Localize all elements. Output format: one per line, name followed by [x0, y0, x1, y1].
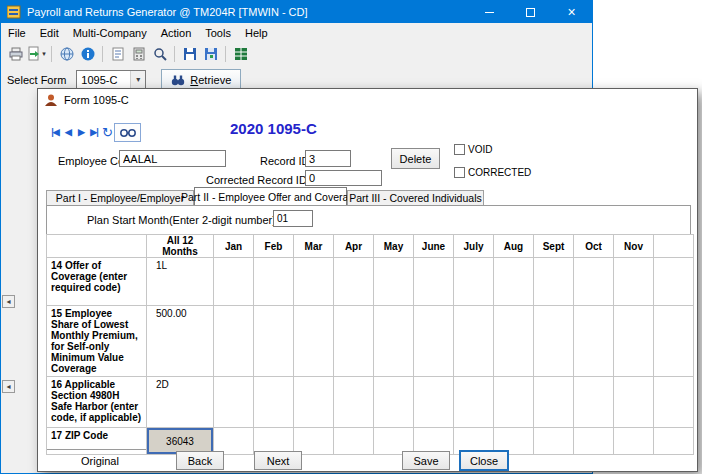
grid-row-17: 17 ZIP Code 36043	[47, 428, 694, 455]
search-button[interactable]	[149, 44, 170, 65]
last-record-button[interactable]: ▶|	[88, 124, 100, 140]
excel-export-button[interactable]	[230, 44, 251, 65]
month-cell[interactable]	[254, 377, 294, 428]
info-icon	[80, 46, 96, 62]
month-cell[interactable]	[494, 377, 534, 428]
month-cell[interactable]	[454, 377, 494, 428]
first-record-button[interactable]: |◀	[49, 124, 61, 140]
month-cell[interactable]	[214, 258, 254, 306]
month-cell[interactable]	[454, 306, 494, 377]
corrected-checkbox[interactable]: CORRECTED	[454, 167, 531, 178]
month-cell[interactable]	[654, 428, 694, 455]
refresh-button[interactable]: ↻	[101, 124, 114, 140]
form-year-title: 2020 1095-C	[230, 120, 317, 137]
month-cell[interactable]	[534, 428, 574, 455]
close-dialog-button[interactable]: Close	[459, 450, 509, 471]
export-button[interactable]: ▾	[26, 44, 47, 65]
globe-icon	[59, 46, 75, 62]
form-button[interactable]	[107, 44, 128, 65]
month-cell[interactable]	[614, 306, 654, 377]
month-cell[interactable]	[534, 306, 574, 377]
month-cell[interactable]	[494, 306, 534, 377]
coverage-grid: All 12 Months Jan Feb Mar Apr May June J…	[46, 234, 694, 455]
col-header-oct: Oct	[574, 235, 614, 258]
original-status-label: Original	[81, 455, 119, 467]
month-cell[interactable]	[454, 258, 494, 306]
month-cell[interactable]	[294, 377, 334, 428]
row-15-all12-cell[interactable]: 500.00	[147, 306, 214, 377]
row-14-all12-cell[interactable]: 1L	[147, 258, 214, 306]
month-cell[interactable]	[214, 377, 254, 428]
plan-start-month-field[interactable]	[273, 210, 313, 227]
calculator-button[interactable]	[128, 44, 149, 65]
print-button[interactable]	[5, 44, 26, 65]
month-cell[interactable]	[334, 306, 374, 377]
month-cell[interactable]	[654, 306, 694, 377]
month-cell[interactable]	[414, 258, 454, 306]
month-cell[interactable]	[574, 306, 614, 377]
menu-item-tools[interactable]: Tools	[198, 25, 238, 41]
month-cell[interactable]	[494, 258, 534, 306]
month-cell[interactable]	[254, 258, 294, 306]
month-cell[interactable]	[614, 258, 654, 306]
next-record-button[interactable]: ▶	[75, 124, 87, 140]
month-cell[interactable]	[374, 306, 414, 377]
row-16-all12-cell[interactable]: 2D	[147, 377, 214, 428]
month-cell[interactable]	[334, 428, 374, 455]
month-cell[interactable]	[254, 306, 294, 377]
corrected-record-id-label: Corrected Record ID	[206, 174, 307, 186]
retrieve-button[interactable]: Retrieve	[161, 69, 241, 90]
month-cell[interactable]	[414, 377, 454, 428]
minimize-button[interactable]	[469, 1, 510, 23]
month-cell[interactable]	[334, 377, 374, 428]
menu-item-edit[interactable]: Edit	[33, 25, 66, 41]
month-cell[interactable]	[334, 258, 374, 306]
tab-part1-employee-employer[interactable]: Part I - Employee/Employer	[46, 190, 194, 205]
month-cell[interactable]	[534, 377, 574, 428]
month-cell[interactable]	[574, 428, 614, 455]
select-form-combobox[interactable]: 1095-C ▾	[76, 70, 146, 89]
menu-item-action[interactable]: Action	[154, 25, 199, 41]
combo-dropdown-icon[interactable]: ▾	[130, 71, 145, 88]
month-cell[interactable]	[654, 377, 694, 428]
close-icon: ×	[567, 5, 575, 19]
previous-record-button[interactable]: ◀	[62, 124, 74, 140]
back-button[interactable]: Back	[176, 451, 224, 470]
month-cell[interactable]	[214, 306, 254, 377]
month-cell[interactable]	[374, 377, 414, 428]
month-cell[interactable]	[614, 428, 654, 455]
month-cell[interactable]	[654, 258, 694, 306]
delete-button[interactable]: Delete	[391, 148, 440, 169]
col-header-aug: Aug	[494, 235, 534, 258]
corrected-record-id-field[interactable]	[305, 170, 382, 186]
menu-item-help[interactable]: Help	[238, 25, 275, 41]
close-button[interactable]: ×	[551, 1, 592, 23]
scroll-left-button[interactable]: ◂	[2, 380, 15, 393]
next-button[interactable]: Next	[254, 451, 302, 470]
save-button[interactable]: Save	[402, 451, 450, 470]
tab-part2-employee-offer-coverage[interactable]: Part II - Employee Offer and Coverage	[194, 187, 347, 205]
checkbox-icon	[454, 167, 465, 178]
month-cell[interactable]	[374, 258, 414, 306]
tab-part3-covered-individuals[interactable]: Part III - Covered Individuals	[347, 190, 484, 205]
save-button-toolbar[interactable]	[179, 44, 200, 65]
scroll-left-button[interactable]: ◂	[2, 295, 15, 308]
menu-item-file[interactable]: File	[1, 25, 33, 41]
record-id-field[interactable]	[305, 150, 351, 167]
month-cell[interactable]	[294, 258, 334, 306]
info-button[interactable]	[77, 44, 98, 65]
menu-item-multi-company[interactable]: Multi-Company	[66, 25, 154, 41]
maximize-icon	[526, 8, 535, 17]
export-file-button[interactable]	[200, 44, 221, 65]
month-cell[interactable]	[614, 377, 654, 428]
month-cell[interactable]	[574, 377, 614, 428]
employee-code-field[interactable]	[119, 150, 226, 167]
month-cell[interactable]	[574, 258, 614, 306]
month-cell[interactable]	[534, 258, 574, 306]
month-cell[interactable]	[414, 306, 454, 377]
web-button[interactable]	[56, 44, 77, 65]
void-checkbox[interactable]: VOID	[454, 144, 492, 155]
preview-button[interactable]	[114, 123, 141, 142]
month-cell[interactable]	[294, 306, 334, 377]
maximize-button[interactable]	[510, 1, 551, 23]
